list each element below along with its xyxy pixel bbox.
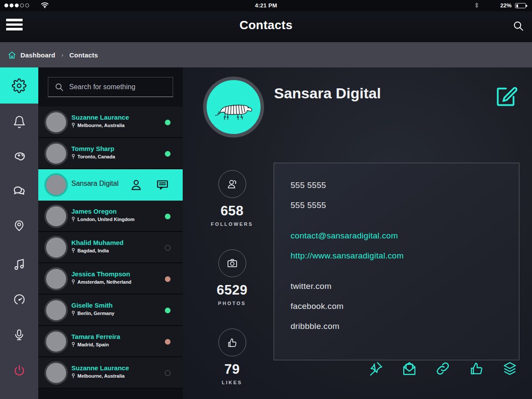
avatar	[44, 111, 68, 134]
avatar	[44, 205, 68, 228]
avatar	[44, 142, 68, 165]
contact-detail-panel: Sansara Digital 658 FOLLOWERS 6529	[183, 67, 532, 399]
contact-row[interactable]: Jessica Thompson Amsterdam, Netherland	[38, 263, 183, 295]
phone-number: 555 5555	[291, 181, 502, 190]
social-link-dribbble[interactable]: dribbble.com	[291, 322, 502, 331]
breadcrumb-dashboard[interactable]: Dashboard	[20, 51, 55, 59]
pin-icon[interactable]	[368, 361, 384, 376]
pin-icon	[71, 279, 75, 285]
contact-row[interactable]: Giselle Smith Berlin, Germany	[38, 295, 183, 326]
website-link[interactable]: http://www.sansaradigital.com	[291, 251, 502, 261]
contact-location: Toronto, Canada	[71, 154, 115, 159]
sidebar-item-dashboard[interactable]	[0, 286, 38, 312]
sidebar-item-settings[interactable]	[0, 67, 38, 104]
sidebar-item-music[interactable]	[0, 251, 38, 278]
status-bar: 4:21 PM 22%	[0, 0, 532, 11]
social-link-facebook[interactable]: facebook.com	[291, 302, 502, 311]
search-box[interactable]	[48, 77, 173, 97]
contact-location: Madrid, Spain	[71, 342, 109, 347]
phone-number: 555 5555	[291, 201, 502, 210]
contact-location: Melbourne, Australia	[71, 123, 124, 128]
mail-icon[interactable]	[402, 361, 417, 376]
avatar	[44, 298, 68, 322]
contact-name: James Oregon	[71, 208, 117, 215]
likes-label: LIKES	[209, 380, 255, 385]
avatar	[44, 330, 68, 353]
thumbs-up-icon	[218, 329, 246, 356]
status-dot	[165, 339, 171, 345]
edit-icon[interactable]	[494, 84, 518, 108]
bell-icon	[13, 115, 26, 129]
sidebar-item-logout[interactable]	[0, 358, 38, 384]
contact-row[interactable]: James Oregon London, United Kingdom	[38, 201, 183, 232]
search-input[interactable]	[69, 83, 161, 91]
power-icon	[13, 364, 26, 378]
link-icon[interactable]	[435, 361, 451, 376]
contact-name: Suzanne Laurance	[71, 114, 129, 121]
breadcrumb-separator: ›	[61, 52, 63, 58]
search-icon[interactable]	[512, 20, 524, 32]
contact-name: Tommy Sharp	[71, 145, 114, 152]
thumbs-up-icon[interactable]	[468, 361, 484, 376]
contact-row[interactable]: Khalid Muhamed Bagdad, India	[38, 232, 183, 263]
sidebar-item-voice[interactable]	[0, 322, 38, 348]
map-pin-icon	[13, 219, 26, 232]
pin-icon	[71, 154, 75, 159]
avatar	[44, 361, 68, 385]
contact-row[interactable]: Tommy Sharp Toronto, Canada	[38, 138, 183, 169]
sidebar-item-messages[interactable]	[0, 178, 38, 204]
pin-icon	[71, 123, 75, 128]
contact-row-selected[interactable]: Sansara Digital	[38, 169, 183, 201]
zebra-illustration	[213, 93, 254, 121]
profile-icon[interactable]	[130, 178, 143, 192]
likes-count: 79	[209, 362, 255, 377]
stat-photos: 6529 PHOTOS	[209, 249, 255, 306]
contact-location: Berlin, Germany	[71, 311, 114, 316]
contact-list-panel: Suzanne Laurance Melbourne, Australia To…	[38, 67, 183, 399]
music-note-icon	[13, 258, 26, 272]
avatar	[44, 173, 68, 197]
stat-followers: 658 FOLLOWERS	[209, 170, 255, 227]
contact-detail-name: Sansara Digital	[274, 85, 381, 102]
contact-name: Jessica Thompson	[71, 270, 130, 278]
sidebar-item-notifications[interactable]	[0, 109, 38, 135]
search-icon	[54, 82, 64, 92]
bluetooth-icon	[474, 2, 479, 9]
sidebar-item-locations[interactable]	[0, 212, 38, 238]
page-title: Contacts	[0, 18, 532, 32]
photos-label: PHOTOS	[209, 301, 255, 306]
action-bar	[274, 361, 519, 376]
pin-icon	[71, 342, 75, 347]
home-icon[interactable]	[8, 51, 16, 59]
contact-name: Tamara Ferreira	[71, 333, 120, 340]
contact-info-card: 555 5555 555 5555 contact@sansaradigital…	[274, 163, 519, 360]
followers-icon	[218, 170, 246, 198]
contact-name: Sansara Digital	[71, 180, 119, 188]
pin-icon	[71, 311, 75, 316]
status-dot	[165, 214, 171, 219]
pin-icon	[71, 373, 75, 379]
sidebar	[0, 67, 38, 399]
stats-column: 658 FOLLOWERS 6529 PHOTOS 79 LIKES	[209, 170, 255, 399]
contact-location: Bagdad, India	[71, 248, 109, 253]
layers-icon[interactable]	[502, 361, 518, 376]
avatar	[44, 267, 68, 291]
camera-icon	[218, 249, 246, 277]
status-dot	[165, 245, 171, 251]
contact-location: Amsterdam, Netherland	[71, 279, 131, 285]
email-link[interactable]: contact@sansaradigital.com	[291, 231, 502, 241]
status-dot	[165, 120, 171, 125]
followers-count: 658	[209, 203, 255, 219]
gauge-icon	[13, 293, 26, 306]
contact-row[interactable]: Tamara Ferreira Madrid, Spain	[38, 326, 183, 357]
battery-percent: 22%	[500, 2, 512, 9]
breadcrumb-contacts[interactable]: Contacts	[70, 51, 98, 59]
social-link-twitter[interactable]: twitter.com	[291, 282, 502, 291]
followers-label: FOLLOWERS	[209, 221, 255, 227]
contact-row[interactable]: Suzanne Laurance Melbourne, Australia	[38, 357, 183, 389]
sidebar-item-games[interactable]	[0, 144, 38, 170]
message-icon[interactable]	[155, 178, 170, 192]
contact-name: Khalid Muhamed	[71, 239, 124, 246]
contact-row[interactable]: Suzanne Laurance Melbourne, Australia	[38, 107, 183, 138]
contact-name: Giselle Smith	[71, 302, 113, 309]
